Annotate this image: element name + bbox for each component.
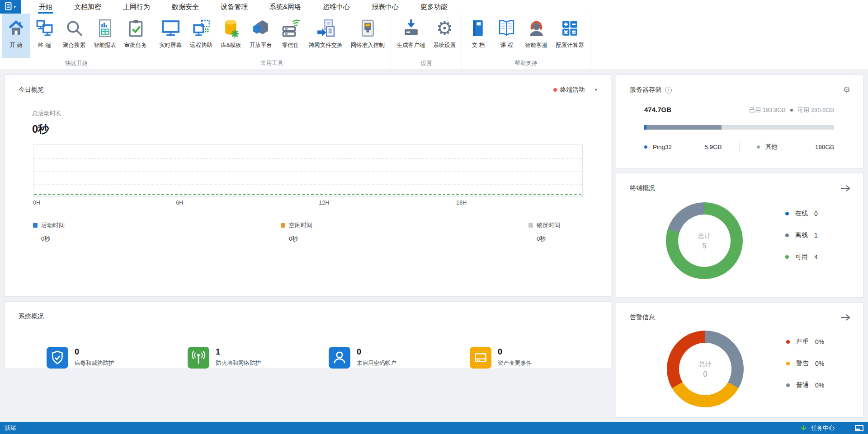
legend-dot-icon	[786, 340, 790, 344]
terminal-activity-dropdown[interactable]: 终端活动 ▼	[553, 86, 598, 94]
gear-icon[interactable]: ⚙	[843, 86, 850, 94]
ribbon-item-open-platform[interactable]: 开放平台	[245, 14, 276, 58]
x-tick: 0H	[33, 200, 40, 206]
docs-icon	[468, 16, 488, 40]
x-tick: 12H	[319, 200, 329, 206]
smart-support-icon	[526, 16, 547, 40]
legend-lock-time: 锁屏时间 0秒	[528, 221, 583, 243]
panel-system-overview: 系统概况 0 病毒和威胁防护 1	[5, 301, 611, 369]
task-window-icon[interactable]	[855, 425, 863, 431]
ribbon-item-label: 库&模板	[221, 42, 241, 49]
generate-client-icon	[401, 16, 421, 40]
ribbon-item-label: 开放平台	[250, 42, 272, 49]
ribbon-item-docs[interactable]: 文 档	[464, 14, 492, 58]
ribbon-item-smart-report[interactable]: 智能报表	[90, 14, 120, 58]
tab-home[interactable]: 开始	[39, 0, 52, 14]
info-icon[interactable]: i	[665, 87, 672, 93]
legend-active-time: 活动时间 0秒	[33, 221, 87, 243]
legend-dot-icon	[757, 145, 760, 149]
tab-web-behavior[interactable]: 上网行为	[123, 0, 150, 14]
ribbon-group-label: 快速开始	[0, 58, 153, 70]
ribbon-item-generate-client[interactable]: 生成客户端	[393, 14, 429, 58]
app-menu-caret-icon: ▾	[14, 5, 15, 9]
ribbon-item-network-access[interactable]: 网络准入控制	[347, 14, 389, 58]
tab-bar: ▾ 开始 文档加密 上网行为 数据安全 设备管理 系统&网络 运维中心 报表中心…	[0, 0, 868, 14]
ribbon-group-common-tools: 实时屏幕 远程协助 库&模板 开放平台	[153, 14, 391, 70]
library-template-icon	[221, 16, 241, 40]
ribbon: 开 始 终 端 聚合搜索 智能报表	[0, 14, 868, 70]
main-tabs: 开始 文档加密 上网行为 数据安全 设备管理 系统&网络 运维中心 报表中心 更…	[21, 0, 448, 14]
legend-available: 可用 4	[785, 253, 818, 261]
stat-virus-threat-protection[interactable]: 0 病毒和威胁防护	[47, 347, 188, 369]
donut-center-value: 0	[703, 370, 708, 378]
storage-used-free: 已用 193.9GB 可用 280.8GB	[749, 106, 834, 114]
ribbon-item-label: 文 档	[472, 42, 485, 49]
stat-asset-change-events[interactable]: 0 资产变更事件	[470, 347, 611, 369]
ribbon-item-label: 聚合搜索	[63, 42, 85, 49]
tab-data-security[interactable]: 数据安全	[172, 0, 199, 14]
zero-value-line	[34, 194, 581, 195]
terminal-donut-chart: 总计 5	[666, 202, 743, 279]
stat-label: 病毒和威胁防护	[75, 359, 114, 367]
alarm-donut-chart: 总计 0	[667, 331, 744, 407]
storage-legend-other: 其他 188GB	[740, 143, 835, 151]
app-menu-icon	[5, 2, 13, 12]
metric-value: 0秒	[32, 122, 611, 136]
ribbon-item-label: 终 端	[38, 42, 51, 49]
ribbon-item-aggregate-search[interactable]: 聚合搜索	[59, 14, 90, 58]
stat-value: 0	[357, 347, 396, 357]
ribbon-item-live-screen[interactable]: 实时屏幕	[155, 14, 186, 58]
separator-dot-icon	[790, 109, 793, 112]
ribbon-group-label: 常用工具	[153, 58, 391, 70]
terminal-legend: 在线 0 离线 1 可用 4	[785, 202, 818, 279]
app-menu-button[interactable]: ▾	[0, 0, 21, 14]
tab-system-network[interactable]: 系统&网络	[269, 0, 301, 14]
tab-doc-encryption[interactable]: 文档加密	[74, 0, 101, 14]
ribbon-item-terminal[interactable]: 终 端	[30, 14, 59, 58]
ribbon-item-library-template[interactable]: 库&模板	[217, 14, 245, 58]
stat-firewall-network-protection[interactable]: 1 防火墙和网络防护	[188, 347, 329, 369]
arrow-right-icon[interactable]	[840, 314, 850, 321]
file-exchange-icon	[316, 16, 336, 40]
x-tick: 6H	[176, 200, 183, 206]
ribbon-item-label: 智能报表	[94, 42, 116, 49]
donut-center-value: 5	[703, 242, 707, 250]
smart-report-icon	[95, 16, 115, 40]
legend-dot-icon	[786, 383, 790, 387]
ribbon-item-file-exchange[interactable]: 跨网文件交换	[305, 14, 347, 58]
arrow-right-icon[interactable]	[840, 185, 850, 192]
ribbon-item-config-calculator[interactable]: 配置计算器	[552, 14, 588, 58]
stat-value: 0	[75, 347, 114, 357]
legend-square-icon	[33, 223, 38, 228]
storage-usage-bar	[644, 125, 834, 130]
ribbon-item-label: 开 始	[9, 42, 22, 49]
ribbon-item-home[interactable]: 开 始	[2, 14, 30, 58]
legend-dot-icon	[785, 212, 789, 215]
storage-total: 474.7GB	[644, 106, 671, 113]
ribbon-item-course[interactable]: 课 程	[492, 14, 521, 58]
ribbon-item-label: 系统设置	[433, 42, 456, 49]
ribbon-item-label: 智能客服	[525, 42, 547, 49]
tab-more-features[interactable]: 更多功能	[420, 0, 448, 14]
legend-square-icon	[281, 223, 285, 228]
ribbon-item-approval-task[interactable]: 审批任务	[120, 14, 151, 58]
task-center-button[interactable]: 任务中心	[811, 424, 835, 432]
panel-alarm-info: 告警信息 总计 0 严重 0%	[616, 302, 863, 418]
panel-terminal-overview: 终端概况 总计 5 在线 0	[616, 173, 863, 298]
ribbon-item-smart-support[interactable]: 智能客服	[521, 14, 552, 58]
ribbon-item-system-settings[interactable]: ⚙ 系统设置	[429, 14, 460, 58]
ribbon-item-label: 生成客户端	[397, 42, 425, 49]
panel-title: 告警信息	[630, 313, 655, 322]
ribbon-item-label: 审批任务	[124, 42, 147, 49]
storage-legend-ping32: Ping32 5.9GB	[644, 144, 739, 150]
asset-drive-icon	[470, 347, 491, 369]
stat-no-password-accounts[interactable]: 0 未启用密码帐户	[329, 347, 470, 369]
ribbon-item-label: 课 程	[500, 42, 513, 49]
tab-device-management[interactable]: 设备管理	[221, 0, 248, 14]
ribbon-item-zero-trust[interactable]: 零信任	[276, 14, 305, 58]
config-calculator-icon	[560, 16, 580, 40]
tab-report-center[interactable]: 报表中心	[372, 0, 399, 14]
tab-ops-center[interactable]: 运维中心	[323, 0, 350, 14]
ribbon-item-remote-assist[interactable]: 远程协助	[186, 14, 217, 58]
home-icon	[6, 16, 26, 40]
